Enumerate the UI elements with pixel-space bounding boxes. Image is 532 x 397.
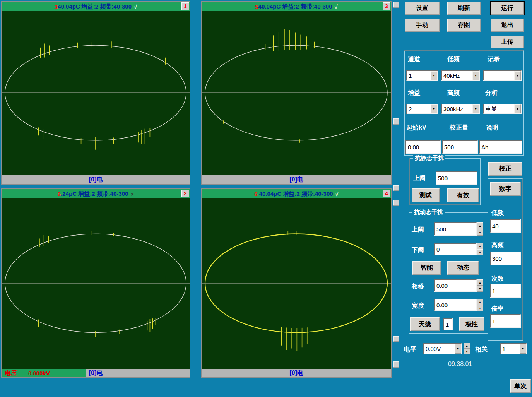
spin-up-icon[interactable]: ▲ [477,222,483,229]
chevron-down-icon[interactable]: ▼ [472,104,479,113]
chevron-down-icon[interactable]: ▼ [431,104,437,113]
antenna-button[interactable]: 天线 [410,317,440,331]
splitter-handle[interactable] [393,185,399,191]
spin-down-icon[interactable]: ▼ [477,305,483,311]
record-select[interactable]: ▼ [483,70,522,81]
spin-up-icon[interactable]: ▲ [464,343,470,349]
phase-input[interactable]: 0.00 [434,279,477,292]
scope-panel-2: 540.04pC 增益:2 频带:40-300√ 3 [0]电 [201,1,392,185]
calibrate-button[interactable]: 校正 [488,162,522,176]
width-input[interactable]: 0.00 [434,299,477,311]
spin-down-icon[interactable]: ▼ [464,349,470,354]
scope-2-footer: [0]电 [202,175,391,184]
analysis-select[interactable]: 重显 ▼ [483,104,522,114]
exit-button[interactable]: 退出 [491,19,524,32]
scope-panel-3: 6.24pC 增益:2 频带:40-300× 2 电压 0.000kV [0]电 [1,188,190,378]
valid-button[interactable]: 有效 [447,188,479,202]
spin-down-icon[interactable]: ▼ [477,249,483,255]
lowfreq-value: 40kHz [443,72,472,79]
manual-button[interactable]: 手动 [405,19,440,32]
highfreq-input[interactable]: 300 [490,252,521,265]
correlation-select[interactable]: 1 ▼ [500,343,527,354]
single-button[interactable]: 单次 [510,379,531,393]
calibration-input[interactable]: 500 [442,140,478,154]
splitter-handle[interactable] [393,361,399,368]
gain-select[interactable]: 2 ▼ [406,104,438,114]
polarity-button[interactable]: 极性 [459,317,484,331]
scope-3-count: 6 [58,191,61,197]
phase-spinner[interactable]: ▲▼ [477,279,483,292]
chevron-down-icon[interactable]: ▼ [431,71,437,80]
chevron-down-icon[interactable]: ▼ [514,71,521,80]
scope-panel-4: 6 40.04pC 增益:2 频带:40-300√ 4 [0]电 [201,188,392,378]
level-select[interactable]: 0.00V ▼ [423,343,462,354]
width-spinner[interactable]: ▲▼ [477,299,483,311]
count-label: 次数 [491,275,504,283]
settings-button[interactable]: 设置 [405,2,440,15]
spin-down-icon[interactable]: ▼ [477,229,483,236]
channel-select[interactable]: 1 ▼ [406,70,438,81]
highfreq-select[interactable]: 300kHz ▼ [441,104,480,114]
count-input[interactable]: 1 [490,284,521,298]
scope-1-footer-label: [0]电 [89,176,103,184]
scope-3-plot [2,198,190,369]
splitter-handle[interactable] [393,200,399,206]
spin-down-icon[interactable]: ▼ [477,286,483,292]
scope-2-plot [202,11,391,175]
correlation-label: 相关 [475,346,488,354]
splitter-handle[interactable] [393,118,399,125]
dyn-upper-spinner[interactable]: ▲▼ [477,222,483,236]
antenna-count-input[interactable]: 1 [443,318,453,330]
lowfreq-input[interactable]: 40 [490,219,521,233]
chevron-down-icon[interactable]: ▼ [520,344,526,354]
scope-3-footer-label: [0]电 [89,369,103,377]
dynamic-button[interactable]: 动态 [447,261,479,275]
splitter-handle[interactable] [393,2,399,8]
dyn-upper-input[interactable]: 500 [434,222,477,236]
spin-up-icon[interactable]: ▲ [477,299,483,305]
static-upper-input[interactable]: 500 [436,171,477,185]
scope-1-trace [2,11,190,175]
startkv-input[interactable]: 0.00 [405,140,441,154]
scope-2-count: 5 [255,3,258,10]
scope-4-footer-label: [0]电 [289,369,303,377]
splitter-handle[interactable] [393,336,399,342]
voltage-readout: 电压 0.000kV [2,369,86,377]
digital-button[interactable]: 数字 [490,182,521,196]
scope-4-trace [202,198,391,369]
upload-button[interactable]: 上传 [491,36,524,48]
description-input[interactable]: Ah [479,140,522,154]
level-spinner[interactable]: ▲▼ [464,343,470,354]
static-upper-label: 上阈 [413,174,426,182]
dyn-upper-label: 上阈 [412,226,424,234]
chevron-down-icon[interactable]: ▼ [514,104,521,113]
check-icon: √ [335,3,338,10]
scope-2-trace [202,11,391,175]
dyn-lower-input[interactable]: 0 [434,243,477,255]
lowfreq-select[interactable]: 40kHz ▼ [441,70,480,81]
scope-1-header: 340.04pC 增益:2 频带:40-300√ 1 [2,2,190,11]
scope-4-header: 6 40.04pC 增益:2 频带:40-300√ 4 [202,189,391,198]
scope-1-count: 3 [55,3,58,10]
description-label: 说明 [486,124,498,132]
smart-button[interactable]: 智能 [412,261,441,275]
dyn-lower-spinner[interactable]: ▲▼ [477,243,483,255]
run-button[interactable]: 运行 [491,2,524,15]
ratio-input[interactable]: 1 [490,314,521,328]
chevron-down-icon[interactable]: ▼ [455,344,461,354]
analysis-value: 重显 [485,105,514,113]
channel-label: 通道 [408,55,420,63]
save-image-button[interactable]: 存图 [447,19,481,32]
rc-highfreq-label: 高频 [491,241,504,250]
ratio-label: 倍率 [491,305,504,313]
refresh-button[interactable]: 刷新 [447,2,481,15]
scope-1-footer: [0]电 [2,175,190,184]
test-button[interactable]: 测试 [412,188,440,202]
spin-up-icon[interactable]: ▲ [477,243,483,249]
spin-up-icon[interactable]: ▲ [477,279,483,286]
chevron-down-icon[interactable]: ▼ [472,71,479,80]
startkv-label: 起始kV [406,124,426,132]
scope-3-trace [2,198,190,369]
scope-3-footer: 电压 0.000kV [0]电 [2,369,190,377]
gain-label: 增益 [408,89,420,97]
